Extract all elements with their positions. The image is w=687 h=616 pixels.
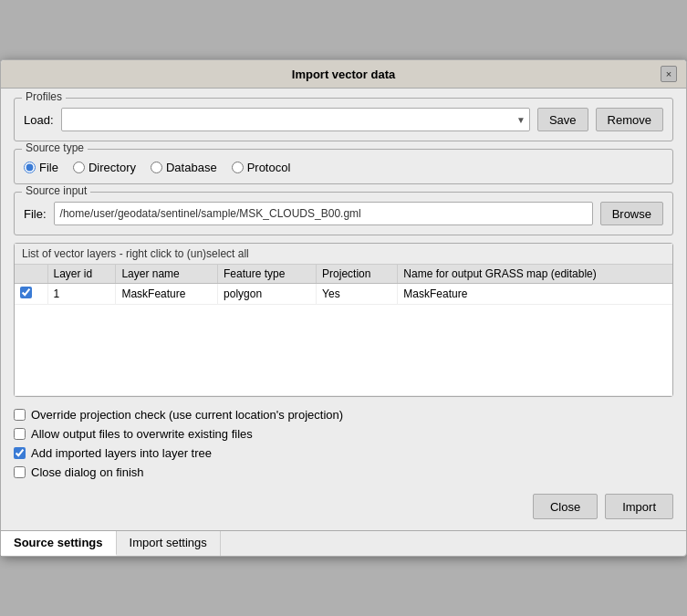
source-input-group-label: Source input <box>22 184 90 197</box>
dialog-body: Profiles Load: ▼ Save Remove Source type… <box>1 89 686 528</box>
tab-source-settings[interactable]: Source settings <box>1 531 117 556</box>
checkbox-add-layers-label: Add imported layers into layer tree <box>31 446 212 460</box>
file-path-input[interactable]: /home/user/geodata/sentinel/sample/MSK_C… <box>54 202 593 225</box>
options-checkboxes: Override projection check (use current l… <box>14 404 673 483</box>
layer-table: Layer id Layer name Feature type Project… <box>15 265 672 396</box>
file-label: File: <box>24 207 47 221</box>
import-vector-dialog: Import vector data × Profiles Load: ▼ Sa… <box>0 59 687 557</box>
save-button[interactable]: Save <box>537 108 588 131</box>
browse-button[interactable]: Browse <box>600 202 663 225</box>
radio-directory-label: Directory <box>88 161 136 174</box>
title-bar: Import vector data × <box>1 60 686 89</box>
profiles-group: Profiles Load: ▼ Save Remove <box>14 98 673 141</box>
col-header-layer-id: Layer id <box>47 265 116 284</box>
checkbox-allow-overwrite[interactable]: Allow output files to overwrite existing… <box>14 427 673 441</box>
col-header-output-name: Name for output GRASS map (editable) <box>398 265 672 284</box>
profiles-combo[interactable]: ▼ <box>61 108 530 131</box>
source-type-group: Source type File Directory Database Prot… <box>14 149 673 184</box>
source-type-radios: File Directory Database Protocol <box>24 161 663 174</box>
tab-import-settings[interactable]: Import settings <box>117 531 221 556</box>
checkbox-override-proj[interactable]: Override projection check (use current l… <box>14 408 673 422</box>
row-checkbox-cell[interactable] <box>15 284 47 305</box>
file-path-value: /home/user/geodata/sentinel/sample/MSK_C… <box>60 207 361 220</box>
dialog-close-button[interactable]: Close <box>533 494 598 519</box>
checkbox-add-layers[interactable]: Add imported layers into layer tree <box>14 446 673 460</box>
radio-file[interactable]: File <box>24 161 58 174</box>
layer-table-container: Layer id Layer name Feature type Project… <box>15 265 672 396</box>
checkbox-close-dialog-label: Close dialog on finish <box>31 465 144 479</box>
row-checkbox[interactable] <box>20 287 32 298</box>
source-type-label: Source type <box>22 141 88 154</box>
col-header-checkbox <box>15 265 47 284</box>
table-spacer-row <box>15 305 672 396</box>
radio-file-label: File <box>39 161 58 174</box>
radio-protocol-label: Protocol <box>247 161 291 174</box>
dialog-title: Import vector data <box>26 68 661 81</box>
source-input-group: Source input File: /home/user/geodata/se… <box>14 192 673 235</box>
radio-database-label: Database <box>166 161 217 174</box>
checkbox-close-dialog[interactable]: Close dialog on finish <box>14 465 673 479</box>
col-header-layer-name: Layer name <box>116 265 218 284</box>
tabs-row: Source settings Import settings <box>1 530 686 556</box>
col-header-projection: Projection <box>317 265 398 284</box>
close-icon[interactable]: × <box>661 66 677 82</box>
row-layer-id: 1 <box>47 284 116 305</box>
row-output-name[interactable]: MaskFeature <box>398 284 672 305</box>
layer-list-section: List of vector layers - right click to (… <box>14 243 673 397</box>
combo-arrow-icon: ▼ <box>516 115 526 125</box>
table-row: 1 MaskFeature polygon Yes MaskFeature <box>15 284 672 305</box>
profiles-group-label: Profiles <box>22 90 66 103</box>
col-header-feature-type: Feature type <box>218 265 317 284</box>
import-button[interactable]: Import <box>605 494 673 519</box>
load-label: Load: <box>24 113 54 127</box>
checkbox-override-proj-label: Override projection check (use current l… <box>31 408 343 422</box>
footer-buttons: Close Import <box>14 490 673 523</box>
radio-protocol[interactable]: Protocol <box>232 161 291 174</box>
remove-button[interactable]: Remove <box>596 108 663 131</box>
row-feature-type: polygon <box>218 284 317 305</box>
table-header-row: Layer id Layer name Feature type Project… <box>15 265 672 284</box>
row-layer-name: MaskFeature <box>116 284 218 305</box>
radio-database[interactable]: Database <box>151 161 217 174</box>
layer-list-header: List of vector layers - right click to (… <box>15 244 672 265</box>
radio-directory[interactable]: Directory <box>73 161 136 174</box>
checkbox-allow-overwrite-label: Allow output files to overwrite existing… <box>31 427 253 441</box>
row-projection: Yes <box>317 284 398 305</box>
file-row: File: /home/user/geodata/sentinel/sample… <box>24 202 663 225</box>
